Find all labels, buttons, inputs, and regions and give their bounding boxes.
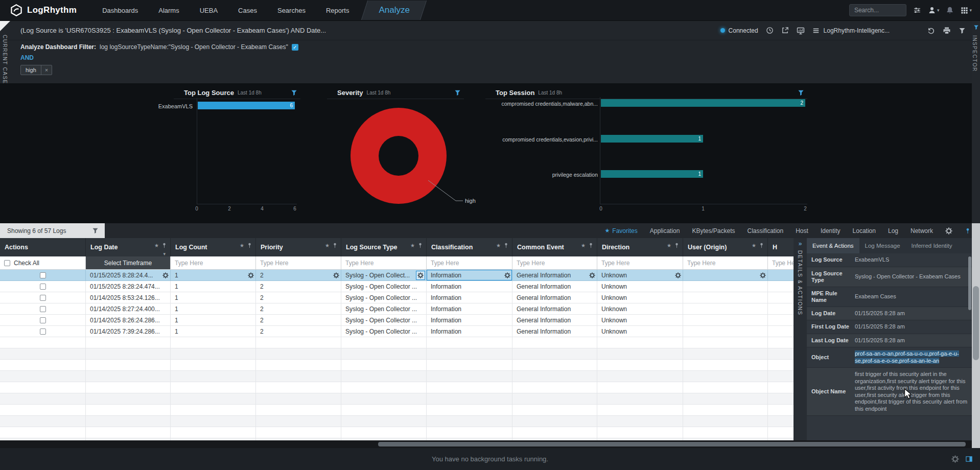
details-actions-rail[interactable]: » DETAILS & ACTIONS xyxy=(794,238,807,440)
filter-checked-checkbox[interactable]: ✓ xyxy=(292,44,298,51)
log-source-bar[interactable]: 6 xyxy=(198,102,295,109)
column-header-log-source-type[interactable]: Log Source Type ★ xyxy=(341,238,427,256)
column-header-priority[interactable]: Priority ★ xyxy=(256,238,341,256)
log-count-filter-input[interactable] xyxy=(175,256,255,269)
tab-location[interactable]: Location xyxy=(853,227,876,234)
cell-gear-icon[interactable] xyxy=(333,272,339,278)
row-checkbox[interactable] xyxy=(40,284,46,290)
nav-item-searches[interactable]: Searches xyxy=(277,7,306,14)
column-header-direction[interactable]: Direction ★ xyxy=(597,238,683,256)
tab-event-actions[interactable]: Event & Actions xyxy=(807,238,859,253)
table-row[interactable]: 01/14/2025 8:27:24.400... 1 2 Syslog - O… xyxy=(0,303,809,315)
tab-kbytes-packets[interactable]: KBytes/Packets xyxy=(692,227,735,234)
current-case-rail[interactable]: CURRENT CASE xyxy=(2,35,8,84)
row-checkbox[interactable] xyxy=(40,306,46,312)
cell-gear-icon[interactable] xyxy=(589,272,595,278)
direction-filter-input[interactable] xyxy=(601,256,683,269)
log-source-type-filter-input[interactable] xyxy=(345,256,426,269)
row-checkbox[interactable] xyxy=(40,328,46,335)
tab-application[interactable]: Application xyxy=(650,227,680,234)
apps-menu[interactable]: ▾ xyxy=(961,7,972,14)
search-input[interactable] xyxy=(849,4,906,16)
cell-gear-icon[interactable] xyxy=(504,272,510,278)
brand[interactable]: LogRhythm xyxy=(0,4,83,16)
selected-text[interactable]: prof-sa-an-o-an,prof-sa-u-o-u,prof-ga-e-… xyxy=(855,350,959,364)
active-query-text[interactable]: (Log Source is 'USR670S3925 : ExabeamVLS… xyxy=(20,27,326,34)
session-bar[interactable]: 1 xyxy=(601,170,703,178)
inspector-scrollbar-thumb[interactable] xyxy=(968,256,971,310)
star-icon[interactable]: ★ xyxy=(410,243,415,248)
session-bar[interactable]: 2 xyxy=(601,99,805,107)
row-checkbox[interactable] xyxy=(40,317,46,323)
pin-icon[interactable] xyxy=(161,243,167,248)
tab-identity[interactable]: Identity xyxy=(821,227,841,234)
nav-item-cases[interactable]: Cases xyxy=(238,7,257,14)
check-all-checkbox[interactable] xyxy=(4,260,10,266)
row-checkbox[interactable] xyxy=(40,272,46,278)
column-header-user-origin[interactable]: User (Origin) ★ xyxy=(683,238,768,256)
star-icon[interactable]: ★ xyxy=(581,243,586,248)
tab-log-message[interactable]: Log Message xyxy=(859,238,906,253)
cell-gear-icon[interactable] xyxy=(760,272,766,278)
tab-network[interactable]: Network xyxy=(911,227,933,234)
cell-gear-icon[interactable] xyxy=(248,272,254,278)
nav-item-alarms[interactable]: Alarms xyxy=(158,7,179,14)
inspector-rail[interactable]: INSPECTOR xyxy=(972,21,980,448)
row-checkbox[interactable] xyxy=(40,295,46,301)
gear-icon[interactable] xyxy=(951,455,959,463)
pin-icon[interactable] xyxy=(759,243,764,248)
export-monitor-icon[interactable] xyxy=(797,27,805,35)
filter-funnel-icon[interactable] xyxy=(92,227,99,234)
column-header-common-event[interactable]: Common Event ★ xyxy=(512,238,597,256)
common-event-filter-input[interactable] xyxy=(517,256,597,269)
tab-classification[interactable]: Classification xyxy=(747,227,783,234)
star-icon[interactable]: ★ xyxy=(325,243,330,248)
column-header-log-date[interactable]: Log Date ★ ▾ xyxy=(86,238,171,256)
nav-item-analyze-active[interactable]: Analyze xyxy=(364,1,424,20)
quick-filter-gear-box[interactable] xyxy=(416,271,425,280)
tab-host[interactable]: Host xyxy=(796,227,808,234)
table-row-selected[interactable]: 01/15/2025 8:28:24.4... 1 2 Syslog - Ope… xyxy=(0,270,809,281)
column-header-classification[interactable]: Classification ★ xyxy=(427,238,512,256)
nav-item-ueba[interactable]: UEBA xyxy=(200,7,218,14)
filter-funnel-icon[interactable] xyxy=(454,89,461,96)
open-in-window-icon[interactable] xyxy=(781,27,789,34)
pin-icon[interactable] xyxy=(247,243,252,248)
vertical-scrollbar-thumb[interactable] xyxy=(973,286,979,360)
select-timeframe-button[interactable]: Select Timeframe xyxy=(86,256,170,269)
table-row[interactable]: 01/14/2025 8:26:24.286... 1 2 Syslog - O… xyxy=(0,315,809,326)
bell-icon[interactable] xyxy=(946,6,954,14)
nav-item-dashboards[interactable]: Dashboards xyxy=(102,7,138,14)
sliders-icon[interactable] xyxy=(913,6,921,14)
filter-funnel-icon[interactable] xyxy=(798,89,804,96)
filter-funnel-icon[interactable] xyxy=(291,89,297,96)
nav-item-reports[interactable]: Reports xyxy=(326,7,349,14)
scrollbar-thumb[interactable] xyxy=(378,442,966,447)
tab-favorites[interactable]: ★Favorites xyxy=(604,227,637,234)
pin-icon[interactable] xyxy=(503,243,509,248)
tab-inferred-identity[interactable]: Inferred Identity xyxy=(906,238,958,253)
cell-gear-icon[interactable] xyxy=(162,272,169,278)
classification-filter-input[interactable] xyxy=(431,256,512,269)
panel-toggle-icon[interactable] xyxy=(965,455,973,463)
sort-caret-icon[interactable]: ▾ xyxy=(163,251,166,256)
pin-icon[interactable] xyxy=(965,228,971,234)
cell-gear-icon[interactable] xyxy=(417,272,424,278)
close-icon[interactable]: × xyxy=(41,65,52,75)
horizontal-scrollbar[interactable] xyxy=(0,440,972,448)
star-icon[interactable]: ★ xyxy=(667,243,671,248)
current-case-fold[interactable] xyxy=(0,21,10,31)
table-row[interactable]: 01/15/2025 8:28:24.474... 1 2 Syslog - O… xyxy=(0,281,809,292)
star-icon[interactable]: ★ xyxy=(496,243,501,248)
priority-filter-input[interactable] xyxy=(260,256,341,269)
pin-icon[interactable] xyxy=(332,243,338,248)
pin-icon[interactable] xyxy=(588,243,594,248)
cell-gear-icon[interactable] xyxy=(675,272,681,278)
tab-log[interactable]: Log xyxy=(888,227,898,234)
context-selector[interactable]: LogRhythm-Intelligenc... xyxy=(812,27,890,34)
pin-icon[interactable] xyxy=(674,243,680,248)
history-clock-icon[interactable] xyxy=(766,27,774,34)
table-row[interactable]: 01/14/2025 8:53:24.126... 1 2 Syslog - O… xyxy=(0,292,809,303)
collapse-chevrons-icon[interactable]: » xyxy=(799,241,802,247)
session-bar[interactable]: 1 xyxy=(601,135,703,143)
